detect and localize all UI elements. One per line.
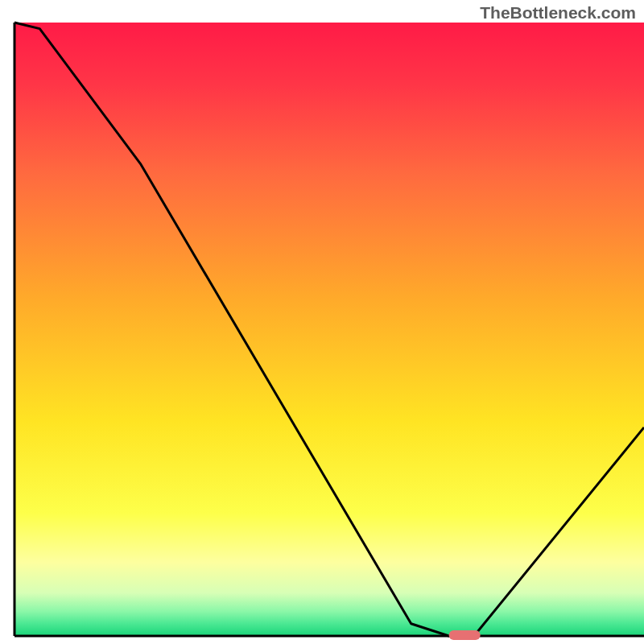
attribution-text: TheBottleneck.com bbox=[480, 3, 636, 23]
bottleneck-chart bbox=[0, 0, 644, 644]
chart-container: TheBottleneck.com bbox=[0, 0, 644, 644]
optimal-range-marker bbox=[449, 630, 481, 640]
